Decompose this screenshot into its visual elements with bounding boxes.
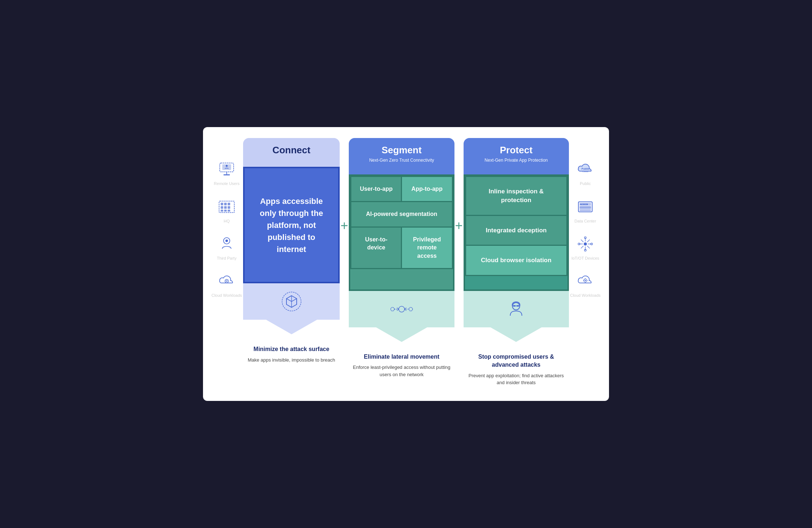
segment-body: User-to-app App-to-app AI-powered segmen… (349, 174, 454, 291)
segment-bottom-heading: Eliminate lateral movement (352, 353, 450, 361)
segment-header: Segment Next-Gen Zero Trust Connectivity (349, 138, 454, 174)
connect-header: Connect (243, 138, 340, 167)
left-icon-remote-users: Remote Users (214, 160, 239, 186)
segment-sub: Next-Gen Zero Trust Connectivity (356, 157, 447, 163)
connect-footer (243, 283, 340, 334)
svg-text:Cloud: Cloud (582, 170, 588, 173)
segment-bottom-desc: Enforce least-privileged access without … (352, 364, 450, 378)
protect-arrow-point (491, 327, 542, 342)
svg-line-23 (225, 280, 226, 280)
right-icon-datacenter: Data Center Data Center (574, 197, 596, 224)
svg-line-58 (581, 246, 583, 248)
svg-line-57 (587, 240, 590, 242)
svg-rect-14 (228, 209, 230, 211)
protect-column: Protect Next-Gen Private App Protection … (464, 138, 569, 386)
protect-cell-browser: Cloud browser isolation (466, 246, 566, 275)
svg-line-26 (225, 282, 226, 283)
svg-point-50 (584, 242, 587, 245)
segment-cell-user-to-device: User-to-device (351, 228, 401, 268)
right-icon-cloud-workloads-label: Cloud Workloads (570, 293, 601, 298)
right-icons-panel: Public Cloud Public Data Center Data Cen… (569, 138, 602, 298)
main-diagram: Remote Users HQ (210, 138, 602, 386)
right-icon-cloud-workloads: Cloud Workloads (570, 272, 601, 298)
connect-body: Apps accessible only through the platfor… (243, 167, 340, 283)
segment-footer-icon (389, 298, 414, 320)
svg-rect-7 (224, 202, 227, 205)
svg-point-33 (391, 307, 394, 311)
right-icon-public-label: Public (580, 181, 591, 186)
segment-column: Segment Next-Gen Zero Trust Connectivity… (349, 138, 454, 378)
segment-footer (349, 291, 454, 342)
svg-rect-41 (512, 305, 520, 307)
protect-footer (464, 291, 569, 342)
protect-footer-icon (505, 298, 527, 320)
svg-text:Public: Public (582, 168, 589, 170)
svg-rect-46 (579, 206, 591, 209)
segment-cell-user-to-app: User-to-app (351, 177, 401, 201)
diagram-wrapper: Remote Users HQ (203, 127, 609, 401)
protect-bottom: Stop compromised users & advanced attack… (464, 353, 569, 386)
svg-rect-10 (224, 206, 227, 209)
connect-arrow-point (266, 320, 317, 334)
svg-text:Data Center: Data Center (581, 203, 587, 205)
protect-cell-deception: Integrated deception (466, 216, 566, 245)
connect-bottom-desc: Make apps invisible, impossible to breac… (248, 356, 335, 364)
svg-point-35 (409, 307, 413, 311)
left-icon-hq-label: HQ (224, 218, 230, 224)
svg-point-18 (226, 280, 227, 281)
right-icon-iot: IoT/OT Devices (571, 235, 599, 261)
svg-line-30 (292, 299, 297, 302)
left-icon-cloud-workloads: Cloud Workloads (211, 272, 242, 298)
segment-grid: User-to-app App-to-app AI-powered segmen… (350, 176, 453, 269)
svg-point-64 (585, 280, 586, 281)
svg-rect-11 (228, 206, 230, 209)
connect-body-text: Apps accessible only through the platfor… (255, 195, 327, 255)
svg-line-24 (228, 282, 228, 283)
right-icon-iot-label: IoT/OT Devices (571, 256, 599, 261)
left-icon-third-party: Third Party (217, 235, 237, 261)
columns-wrapper: Connect Apps accessible only through the… (243, 138, 569, 386)
plus-sign-1: + (340, 138, 349, 233)
protect-arrow-body (464, 291, 569, 327)
svg-rect-3 (223, 174, 230, 176)
svg-line-55 (581, 240, 583, 242)
left-icons-panel: Remote Users HQ (210, 138, 243, 298)
protect-bottom-heading: Stop compromised users & advanced attack… (467, 353, 565, 369)
protect-body: Inline inspection & protection Integrate… (464, 174, 569, 291)
protect-title: Protect (471, 145, 562, 156)
protect-bottom-desc: Prevent app exploitation; find active at… (467, 372, 565, 386)
right-icon-datacenter-label: Data Center (574, 218, 596, 224)
segment-bottom: Eliminate lateral movement Enforce least… (349, 353, 454, 378)
left-icon-hq: HQ (217, 197, 236, 224)
svg-point-34 (399, 306, 405, 312)
segment-cell-ai: AI-powered segmentation (351, 202, 452, 226)
svg-point-4 (226, 165, 227, 167)
segment-cell-privileged: Privileged remote access (402, 228, 452, 268)
connect-column: Connect Apps accessible only through the… (243, 138, 340, 363)
left-icon-remote-users-label: Remote Users (214, 181, 239, 186)
segment-arrow-body (349, 291, 454, 327)
connect-bottom-heading: Minimize the attack surface (248, 345, 335, 353)
segment-cell-app-to-app: App-to-app (402, 177, 452, 201)
connect-title: Connect (250, 145, 332, 156)
segment-title: Segment (356, 145, 447, 156)
connect-arrow-body (243, 283, 340, 320)
svg-line-31 (286, 299, 292, 302)
connect-bottom: Minimize the attack surface Make apps in… (244, 345, 339, 363)
svg-rect-9 (221, 206, 223, 209)
right-icon-public: Public Cloud Public (576, 160, 595, 186)
protect-grid: Inline inspection & protection Integrate… (465, 176, 567, 276)
protect-sub: Next-Gen Private App Protection (471, 157, 562, 163)
plus-sign-2: + (454, 138, 464, 233)
svg-line-56 (587, 246, 590, 248)
protect-header: Protect Next-Gen Private App Protection (464, 138, 569, 174)
svg-rect-8 (228, 202, 230, 205)
left-icon-third-party-label: Third Party (217, 256, 237, 261)
left-icon-cloud-workloads-label: Cloud Workloads (211, 293, 242, 298)
svg-rect-47 (579, 209, 591, 210)
connect-footer-icon (281, 291, 302, 312)
svg-rect-13 (224, 209, 227, 211)
svg-rect-6 (221, 202, 223, 205)
segment-arrow-point (376, 327, 427, 342)
protect-cell-inline: Inline inspection & protection (466, 177, 566, 215)
